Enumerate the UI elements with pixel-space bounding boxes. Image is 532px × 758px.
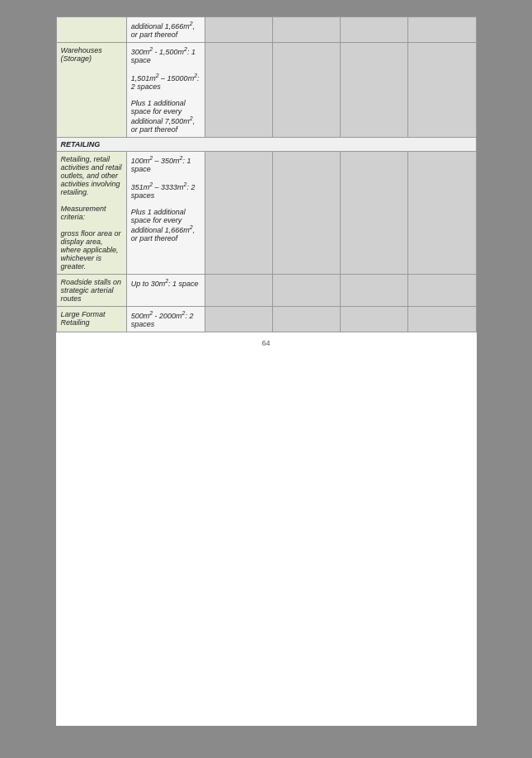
cell-col6 [408, 17, 476, 43]
cell-col6 [408, 152, 476, 275]
cell-parking-req: 100m2 – 350m2: 1 space 351m2 – 3333m2: 2… [126, 152, 205, 275]
cell-col5 [341, 152, 408, 275]
cell-col3 [205, 152, 272, 275]
cell-col3 [205, 307, 272, 332]
table-row: Retailing, retail activities and retail … [56, 152, 476, 275]
cell-use-type: Roadside stalls on strategic arterial ro… [56, 275, 126, 307]
cell-col5 [341, 275, 408, 307]
table-row: Warehouses (Storage) 300m2 - 1,500m2: 1 … [56, 43, 476, 138]
table-wrapper: additional 1,666m2, or part thereof Ware… [56, 16, 477, 332]
cell-col6 [408, 43, 476, 138]
page-number: 64 [56, 332, 477, 354]
page: additional 1,666m2, or part thereof Ware… [56, 16, 477, 726]
cell-col5 [341, 307, 408, 332]
cell-col4 [272, 152, 340, 275]
cell-col5 [341, 43, 408, 138]
cell-col5 [341, 17, 408, 43]
section-label: RETAILING [56, 138, 476, 152]
cell-parking-req: 500m2 - 2000m2: 2 spaces [126, 307, 205, 332]
cell-col6 [408, 275, 476, 307]
table-row: Roadside stalls on strategic arterial ro… [56, 275, 476, 307]
cell-parking-req: Up to 30m2: 1 space [126, 275, 205, 307]
cell-col3 [205, 275, 272, 307]
cell-use-type: Warehouses (Storage) [56, 43, 126, 138]
cell-col3 [205, 17, 272, 43]
cell-col4 [272, 43, 340, 138]
table-row: Large Format Retailing 500m2 - 2000m2: 2… [56, 307, 476, 332]
cell-parking-req: 300m2 - 1,500m2: 1 space 1,501m2 – 15000… [126, 43, 205, 138]
cell-col4 [272, 307, 340, 332]
cell-col4 [272, 275, 340, 307]
cell-use-type: Large Format Retailing [56, 307, 126, 332]
parking-table: additional 1,666m2, or part thereof Ware… [56, 16, 477, 332]
table-row: additional 1,666m2, or part thereof [56, 17, 476, 43]
section-header-retailing: RETAILING [56, 138, 476, 152]
cell-use-type [56, 17, 126, 43]
cell-col3 [205, 43, 272, 138]
cell-col6 [408, 307, 476, 332]
cell-col4 [272, 17, 340, 43]
cell-parking-req: additional 1,666m2, or part thereof [126, 17, 205, 43]
cell-use-type: Retailing, retail activities and retail … [56, 152, 126, 275]
